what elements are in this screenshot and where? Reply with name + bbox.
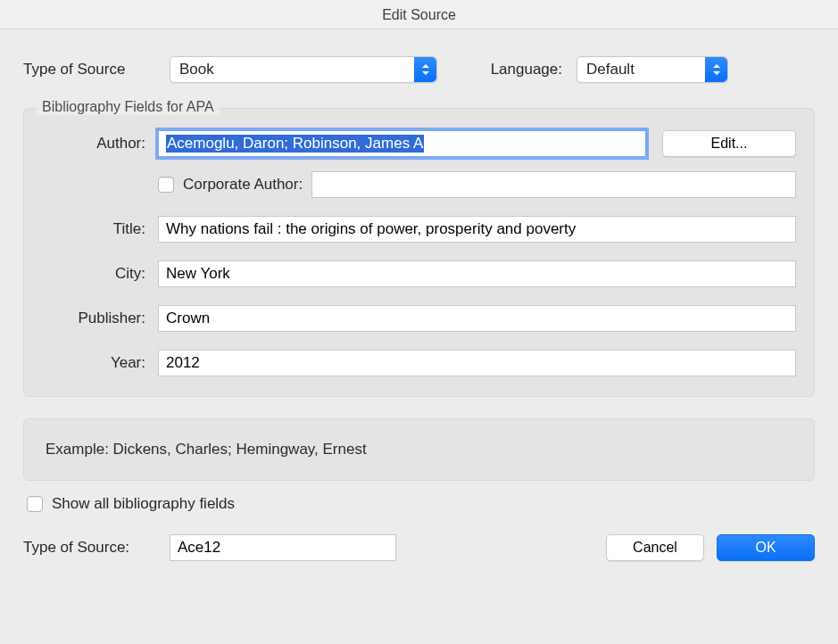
show-all-checkbox[interactable] [27,496,43,512]
group-legend: Bibliography Fields for APA [37,99,220,115]
show-all-label: Show all bibliography fields [52,495,235,513]
publisher-label: Publisher: [42,310,158,327]
bottom-source-label: Type of Source: [23,539,170,557]
city-input[interactable] [158,260,796,287]
top-selector-row: Type of Source Book Language: Default [23,56,815,83]
bibliography-group: Bibliography Fields for APA Author: Acem… [23,108,815,397]
show-all-row: Show all bibliography fields [27,495,815,513]
ok-button[interactable]: OK [717,534,815,561]
source-type-dropdown[interactable]: Book [170,56,437,83]
updown-icon [705,57,727,82]
tag-input[interactable] [170,534,396,561]
bottom-row: Type of Source: Cancel OK [23,534,815,561]
corporate-author-label: Corporate Author: [183,176,303,194]
author-row: Author: Acemoglu, Daron; Robinson, James… [42,130,796,157]
corporate-author-row: Corporate Author: [158,171,796,198]
title-row: Title: [42,216,796,243]
updown-icon [414,57,436,82]
dialog-content: Type of Source Book Language: Default Bi… [0,56,838,561]
corporate-author-checkbox[interactable] [158,177,174,193]
edit-author-button[interactable]: Edit... [662,130,796,157]
window-title: Edit Source [0,0,838,29]
publisher-row: Publisher: [42,305,796,332]
author-input[interactable]: Acemoglu, Daron; Robinson, James A [158,130,646,157]
source-type-label: Type of Source [23,61,170,78]
source-type-value: Book [179,61,214,78]
corporate-author-input[interactable] [311,171,796,198]
author-selected-text: Acemoglu, Daron; Robinson, James A [166,135,424,153]
language-dropdown[interactable]: Default [577,56,728,83]
publisher-input[interactable] [158,305,796,332]
year-row: Year: [42,350,796,376]
language-value: Default [586,61,635,78]
year-label: Year: [42,354,158,372]
language-label: Language: [460,61,562,78]
title-input[interactable] [158,216,796,243]
city-row: City: [42,260,796,287]
city-label: City: [42,265,158,283]
year-input[interactable] [158,350,796,376]
cancel-button[interactable]: Cancel [606,534,704,561]
author-label: Author: [42,135,158,153]
example-box: Example: Dickens, Charles; Hemingway, Er… [23,418,815,481]
title-label: Title: [42,220,158,238]
